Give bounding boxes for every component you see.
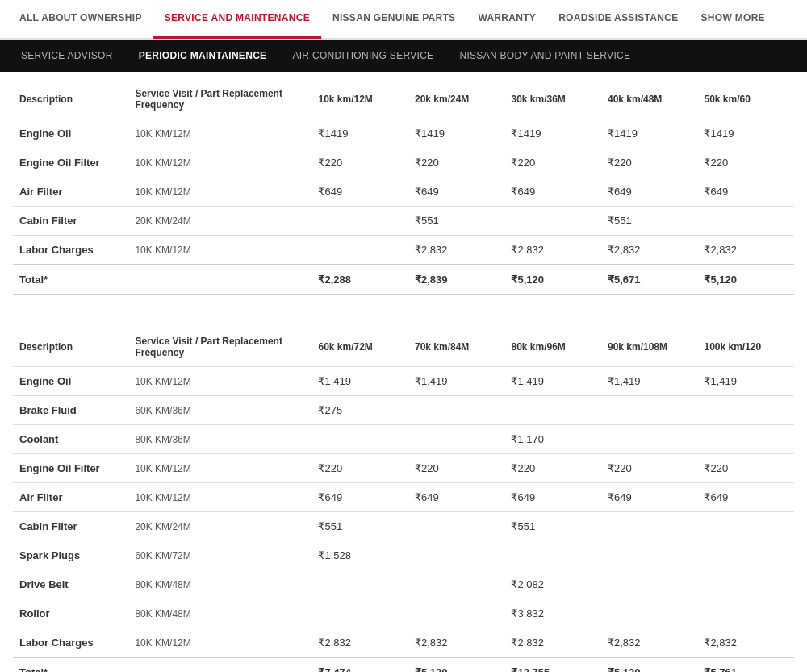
row-v3: ₹2,832 [504,236,601,265]
col-header-30k: 30k km/36M [504,80,601,119]
row-desc: Engine Oil Filter [13,454,128,483]
row-v2: ₹649 [408,483,505,512]
nav-item-roadside[interactable]: ROADSIDE ASSISTANCE [547,0,689,39]
row-freq: 80K KM/48M [128,570,312,599]
row-v3: ₹649 [504,177,601,207]
table-row: Labor Charges 10K KM/12M ₹2,832 ₹2,832 ₹… [13,628,794,658]
table-row: Air Filter 10K KM/12M ₹649 ₹649 ₹649 ₹64… [13,177,794,207]
row-v5 [697,541,794,570]
col-header-40k: 40k km/48M [601,80,698,119]
row-desc: Cabin Filter [13,207,128,236]
row-v2: ₹1,419 [408,367,505,396]
row-v3: ₹551 [504,512,601,541]
row-v2 [408,512,505,541]
row-desc: Engine Oil [13,367,128,396]
row-v4 [601,396,698,425]
table-row: Brake Fluid 60K KM/36M ₹275 [13,396,794,425]
row-v2: ₹220 [408,148,505,177]
row-v4: ₹649 [601,483,698,512]
row-desc: Coolant [13,425,128,454]
col2-header-90k: 90k km/108M [601,328,698,367]
row-v3: ₹220 [504,148,601,177]
subnav-service-advisor[interactable]: SERVICE ADVISOR [8,40,126,72]
row-desc: Drive Belt [13,570,128,599]
subnav-body-paint[interactable]: NISSAN BODY AND PAINT SERVICE [446,40,643,72]
row-v5: ₹220 [697,148,794,177]
col2-header-80k: 80k km/96M [504,328,601,367]
row-desc: Labor Charges [13,236,128,265]
row-v4: ₹551 [601,207,698,236]
row-v1: ₹649 [312,483,408,512]
table-row: Coolant 80K KM/36M ₹1,170 [13,425,794,454]
table-row: Engine Oil 10K KM/12M ₹1,419 ₹1,419 ₹1,4… [13,367,794,396]
row-v4: ₹2,832 [601,236,698,265]
row-v4 [601,425,698,454]
nav-item-more[interactable]: SHOW MORE [690,0,776,39]
total-row: Total* ₹2,288 ₹2,839 ₹5,120 ₹5,671 ₹5,12… [13,265,794,294]
total-v5: ₹5,120 [697,265,794,294]
row-freq: 60K KM/72M [128,541,312,570]
row-v1 [312,425,408,454]
total-row: Total* ₹7,474 ₹5,120 ₹12,755 ₹5,120 ₹5,7… [13,657,794,672]
table-row: Engine Oil Filter 10K KM/12M ₹220 ₹220 ₹… [13,148,794,177]
table-row: Drive Belt 80K KM/48M ₹2,082 [13,570,794,599]
subnav-aircon[interactable]: AIR CONDITIONING SERVICE [279,40,446,72]
row-v1: ₹1,419 [312,367,408,396]
row-desc: Engine Oil Filter [13,148,128,177]
row-v4: ₹220 [601,148,698,177]
sub-nav: SERVICE ADVISOR PERIODIC MAINTAINENCE AI… [0,40,807,72]
row-freq: 80K KM/36M [128,425,312,454]
row-v2 [408,425,505,454]
row-v3: ₹1,170 [504,425,601,454]
row-v2: ₹2,832 [408,628,505,658]
table-row: Labor Charges 10K KM/12M ₹2,832 ₹2,832 ₹… [13,236,794,265]
row-v2: ₹551 [408,207,505,236]
total-v1: ₹2,288 [312,265,408,294]
col-header-20k: 20k km/24M [408,80,505,119]
row-v4: ₹1419 [601,119,698,148]
row-freq: 80K KM/48M [128,599,312,628]
row-v2: ₹1419 [408,119,505,148]
table-row: Rollor 80K KM/48M ₹3,832 [13,599,794,628]
row-v2: ₹2,832 [408,236,505,265]
row-freq: 10K KM/12M [128,367,312,396]
row-v3 [504,207,601,236]
row-v5 [697,396,794,425]
row-v1 [312,236,408,265]
row-freq: 10K KM/12M [128,177,312,207]
nav-item-warranty[interactable]: WARRANTY [466,0,547,39]
row-v1 [312,207,408,236]
subnav-periodic[interactable]: PERIODIC MAINTAINENCE [126,40,280,72]
nav-item-service[interactable]: SERVICE AND MAINTENANCE [153,0,321,39]
row-v1: ₹220 [312,148,408,177]
row-v1 [312,570,408,599]
row-v4: ₹220 [601,454,698,483]
row-v1: ₹649 [312,177,408,207]
row-v3: ₹3,832 [504,599,601,628]
row-freq: 20K KM/24M [128,207,312,236]
nav-item-ownership[interactable]: ALL ABOUT OWNERSHIP [8,0,153,39]
col2-header-60k: 60k km/72M [312,328,408,367]
row-freq: 10K KM/12M [128,236,312,265]
col2-header-freq: Service Visit / Part Replacement Frequen… [128,328,312,367]
row-v5: ₹649 [697,483,794,512]
row-v5: ₹649 [697,177,794,207]
row-freq: 10K KM/12M [128,454,312,483]
row-v5 [697,512,794,541]
total-v5: ₹5,761 [697,657,794,672]
row-v5: ₹2,832 [697,236,794,265]
row-v3: ₹220 [504,454,601,483]
row-v5: ₹220 [697,454,794,483]
row-v3: ₹1,419 [504,367,601,396]
row-v5: ₹1419 [697,119,794,148]
nav-item-parts[interactable]: NISSAN GENUINE PARTS [321,0,466,39]
row-freq: 10K KM/12M [128,119,312,148]
total-v1: ₹7,474 [312,657,408,672]
table-row: Spark Plugs 60K KM/72M ₹1,528 [13,541,794,570]
col2-header-desc: Description [13,328,128,367]
row-desc: Spark Plugs [13,541,128,570]
row-v3: ₹2,082 [504,570,601,599]
col-header-desc: Description [13,80,128,119]
row-freq: 10K KM/12M [128,148,312,177]
total-label: Total* [13,265,128,294]
